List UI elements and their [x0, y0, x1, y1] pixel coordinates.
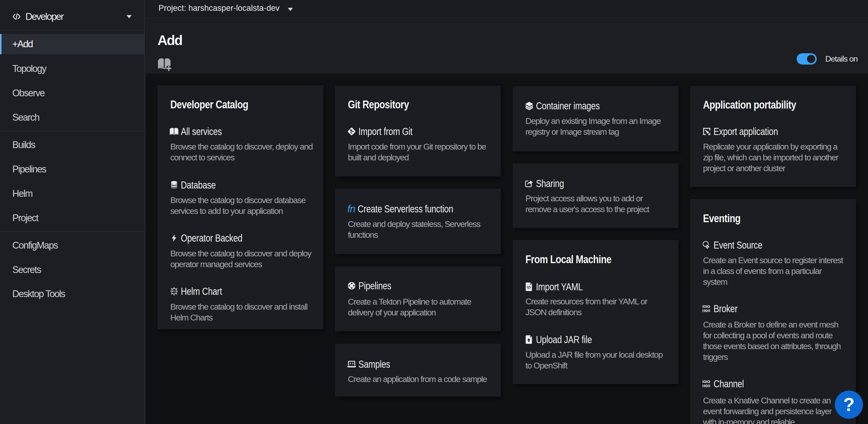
svg-text:HELM: HELM [170, 290, 178, 292]
